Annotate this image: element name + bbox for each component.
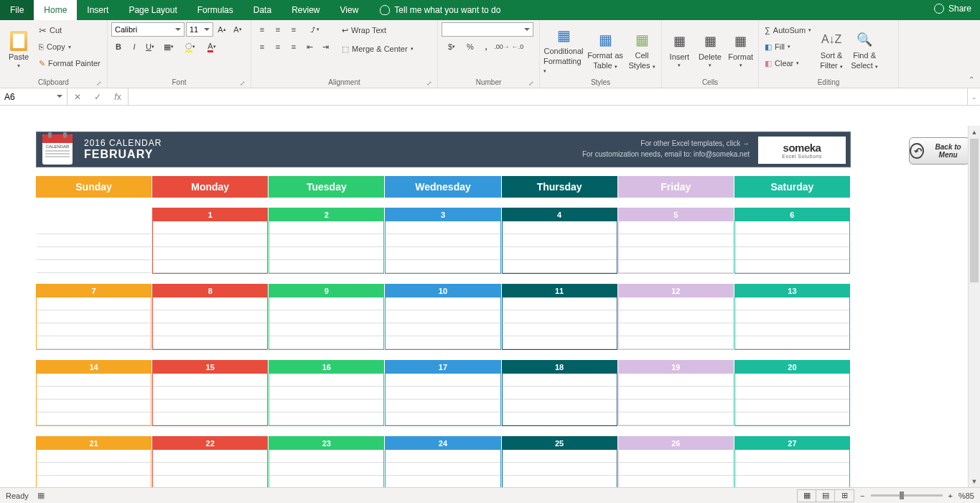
date-entry-area[interactable] — [37, 297, 151, 349]
date-entry-area[interactable] — [735, 374, 849, 425]
zoom-slider[interactable] — [871, 494, 943, 497]
date-entry-area[interactable] — [269, 374, 383, 425]
date-cell[interactable]: 7 — [36, 284, 151, 350]
percent-button[interactable]: % — [463, 40, 477, 54]
cell-styles-button[interactable]: ▦ Cell Styles ▾ — [627, 22, 657, 77]
wrap-text-button[interactable]: ↩Wrap Text — [340, 22, 416, 38]
borders-button[interactable]: ▦▾ — [159, 40, 179, 54]
date-entry-area[interactable] — [619, 221, 733, 273]
date-cell[interactable]: 6 — [734, 208, 850, 274]
date-cell[interactable]: 27 — [734, 436, 850, 487]
date-entry-area[interactable] — [37, 374, 151, 425]
date-cell[interactable]: 9 — [269, 284, 384, 350]
date-entry-area[interactable] — [619, 450, 733, 487]
date-cell[interactable]: 23 — [269, 436, 384, 487]
tab-review[interactable]: Review — [281, 0, 330, 20]
format-as-table-button[interactable]: ▦ Format as Table ▾ — [587, 22, 624, 77]
tab-file[interactable]: File — [0, 0, 34, 20]
date-entry-area[interactable] — [386, 374, 500, 425]
normal-view-button[interactable]: ▦ — [798, 490, 816, 502]
date-cell[interactable]: 12 — [618, 284, 734, 350]
date-entry-area[interactable] — [386, 221, 500, 273]
tab-insert[interactable]: Insert — [77, 0, 118, 20]
date-cell[interactable]: 17 — [385, 360, 500, 426]
conditional-formatting-button[interactable]: ▦ Conditional Formatting ▾ — [543, 22, 584, 77]
tab-page-layout[interactable]: Page Layout — [118, 0, 187, 20]
tab-home[interactable]: Home — [34, 0, 77, 20]
tell-me-search[interactable]: Tell me what you want to do — [380, 0, 500, 20]
date-entry-area[interactable] — [386, 450, 500, 487]
date-cell[interactable]: 16 — [269, 360, 384, 426]
name-box[interactable]: A6 — [0, 88, 67, 105]
font-color-button[interactable]: A▾ — [202, 40, 222, 54]
date-entry-area[interactable] — [735, 450, 849, 487]
sort-filter-button[interactable]: A↓ZSort &Filter ▾ — [816, 22, 846, 77]
find-select-button[interactable]: 🔍Find &Select ▾ — [849, 22, 879, 77]
date-cell[interactable]: 10 — [385, 284, 500, 350]
scroll-down-button[interactable]: ▼ — [969, 475, 980, 487]
date-entry-area[interactable] — [153, 374, 267, 425]
zoom-out-button[interactable]: − — [860, 492, 864, 500]
italic-button[interactable]: I — [127, 40, 141, 54]
date-entry-area[interactable] — [37, 450, 151, 487]
date-entry-area[interactable] — [386, 297, 500, 349]
worksheet-area[interactable]: CALENDAR 2016 CALENDAR FEBRUARY For othe… — [0, 126, 980, 487]
date-cell[interactable]: 5 — [618, 208, 734, 274]
someka-logo[interactable]: someka Excel Solutions — [758, 137, 846, 164]
date-cell[interactable]: 25 — [502, 436, 617, 487]
vertical-scrollbar[interactable]: ▲ ▼ — [968, 126, 980, 487]
date-cell[interactable]: 4 — [502, 208, 617, 274]
increase-indent-button[interactable]: ⇥ — [318, 40, 332, 54]
date-cell[interactable]: 11 — [502, 284, 617, 350]
insert-cells-button[interactable]: ▦Insert▾ — [666, 22, 694, 77]
zoom-in-button[interactable]: + — [948, 492, 953, 500]
page-break-view-button[interactable]: ⊞ — [835, 490, 854, 502]
align-top-button[interactable]: ≡ — [255, 22, 269, 37]
tab-data[interactable]: Data — [243, 0, 281, 20]
date-cell[interactable]: 26 — [618, 436, 734, 487]
clear-button[interactable]: ◧Clear▾ — [762, 55, 813, 71]
date-entry-area[interactable] — [503, 297, 617, 349]
align-bottom-button[interactable]: ≡ — [286, 22, 301, 37]
format-cells-button[interactable]: ▦Format▾ — [727, 22, 755, 77]
autosum-button[interactable]: ∑AutoSum▾ — [762, 22, 813, 38]
tab-view[interactable]: View — [330, 0, 369, 20]
paste-button[interactable]: Paste ▾ — [4, 22, 34, 77]
formula-input[interactable] — [129, 88, 967, 105]
align-left-button[interactable]: ≡ — [255, 40, 269, 54]
date-entry-area[interactable] — [153, 221, 267, 273]
page-layout-view-button[interactable]: ▤ — [816, 490, 835, 502]
cut-button[interactable]: ✂Cut — [37, 22, 103, 38]
font-size-combo[interactable]: 11 — [186, 22, 213, 37]
comma-button[interactable]: , — [479, 40, 493, 54]
underline-button[interactable]: U▾ — [143, 40, 157, 54]
align-center-button[interactable]: ≡ — [271, 40, 285, 54]
merge-center-button[interactable]: ⬚Merge & Center▾ — [340, 41, 416, 57]
back-to-menu-button[interactable]: ↶ Back to Menu — [909, 137, 970, 165]
decrease-font-button[interactable]: A▾ — [230, 22, 245, 37]
accounting-format-button[interactable]: $▾ — [442, 40, 462, 54]
insert-function-button[interactable]: fx — [108, 92, 128, 102]
date-entry-area[interactable] — [269, 450, 383, 487]
scroll-thumb[interactable] — [970, 139, 979, 282]
bold-button[interactable]: B — [111, 40, 126, 54]
tab-formulas[interactable]: Formulas — [187, 0, 243, 20]
date-cell[interactable]: 24 — [385, 436, 500, 487]
date-cell[interactable]: 14 — [36, 360, 151, 426]
delete-cells-button[interactable]: ▦Delete▾ — [696, 22, 724, 77]
format-painter-button[interactable]: ✎Format Painter — [37, 55, 103, 71]
date-entry-area[interactable] — [269, 221, 383, 273]
date-entry-area[interactable] — [269, 297, 383, 349]
date-entry-area[interactable] — [735, 297, 849, 349]
date-entry-area[interactable] — [503, 450, 617, 487]
date-entry-area[interactable] — [153, 450, 267, 487]
collapse-ribbon-button[interactable]: ⌃ — [969, 75, 974, 83]
copy-button[interactable]: ⎘Copy▾ — [37, 39, 103, 55]
fill-button[interactable]: ◧Fill▾ — [762, 39, 813, 55]
date-cell[interactable]: 22 — [152, 436, 268, 487]
date-entry-area[interactable] — [503, 374, 617, 425]
date-cell[interactable]: 13 — [734, 284, 850, 350]
font-name-combo[interactable]: Calibri — [111, 22, 185, 37]
macro-record-icon[interactable]: ▦ — [37, 491, 45, 500]
share-button[interactable]: Share — [934, 4, 971, 14]
